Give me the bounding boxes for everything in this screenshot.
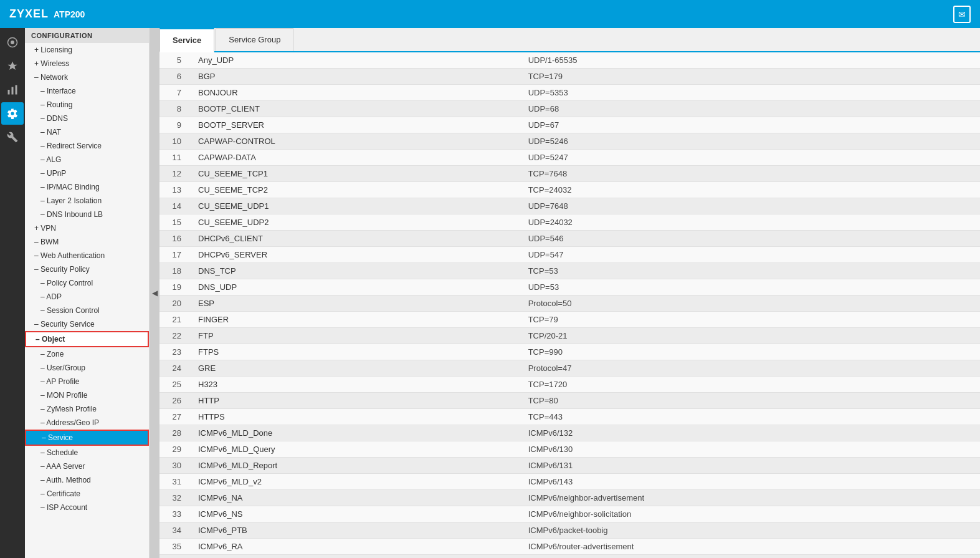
tab-service[interactable]: Service bbox=[159, 28, 214, 52]
sidebar-item-security-policy[interactable]: – Security Policy bbox=[25, 262, 149, 276]
table-row[interactable]: 15 CU_SEEME_UDP2 UDP=24032 bbox=[159, 214, 980, 231]
table-row[interactable]: 14 CU_SEEME_UDP1 UDP=7648 bbox=[159, 198, 980, 214]
table-container[interactable]: 5 Any_UDP UDP/1-65535 6 BGP TCP=179 7 BO… bbox=[159, 52, 980, 558]
table-row[interactable]: 31 ICMPv6_MLD_v2 ICMPv6/143 bbox=[159, 474, 980, 490]
sidebar-item-alg[interactable]: – ALG bbox=[25, 153, 149, 166]
table-row[interactable]: 34 ICMPv6_PTB ICMPv6/packet-toobig bbox=[159, 522, 980, 539]
svg-point-1 bbox=[11, 41, 14, 44]
row-name: BOOTP_CLIENT bbox=[191, 101, 521, 117]
table-row[interactable]: 33 ICMPv6_NS ICMPv6/neighbor-solicitatio… bbox=[159, 506, 980, 522]
table-row[interactable]: 30 ICMPv6_MLD_Report ICMPv6/131 bbox=[159, 458, 980, 474]
table-row[interactable]: 35 ICMPv6_RA ICMPv6/router-advertisement bbox=[159, 539, 980, 555]
table-row[interactable]: 16 DHCPv6_CLIENT UDP=546 bbox=[159, 231, 980, 247]
row-name: GRE bbox=[191, 360, 521, 377]
table-row[interactable]: 36 ICMPv6_RS ICMPv6/router-solicitation bbox=[159, 555, 980, 559]
row-num: 22 bbox=[159, 328, 191, 344]
row-value: ICMPv6/neighbor-solicitation bbox=[521, 506, 980, 522]
sidebar-item-web-auth[interactable]: – Web Authentication bbox=[25, 249, 149, 262]
sidebar-item-network[interactable]: – Network bbox=[25, 70, 149, 84]
sidebar-item-licensing[interactable]: + Licensing bbox=[25, 43, 149, 57]
sidebar-collapse-btn[interactable]: ◀ bbox=[150, 28, 159, 558]
sidebar-item-routing[interactable]: – Routing bbox=[25, 98, 149, 112]
sidebar-item-object[interactable]: – Object bbox=[25, 331, 149, 347]
sidebar-item-auth-method[interactable]: – Auth. Method bbox=[25, 473, 149, 487]
table-row[interactable]: 22 FTP TCP/20-21 bbox=[159, 328, 980, 344]
row-value: UDP=7648 bbox=[521, 198, 980, 214]
sidebar-item-certificate[interactable]: – Certificate bbox=[25, 487, 149, 501]
table-row[interactable]: 27 HTTPS TCP=443 bbox=[159, 409, 980, 425]
sidebar-item-redirect-service[interactable]: – Redirect Service bbox=[25, 139, 149, 153]
table-row[interactable]: 7 BONJOUR UDP=5353 bbox=[159, 85, 980, 101]
table-row[interactable]: 23 FTPS TCP=990 bbox=[159, 344, 980, 360]
sidebar-item-ddns[interactable]: – DDNS bbox=[25, 112, 149, 125]
nav-item-star[interactable] bbox=[1, 55, 24, 77]
sidebar-item-session-control[interactable]: – Session Control bbox=[25, 304, 149, 317]
row-num: 35 bbox=[159, 539, 191, 555]
sidebar-item-mon-profile[interactable]: – MON Profile bbox=[25, 388, 149, 402]
sidebar-item-address-geo-ip[interactable]: – Address/Geo IP bbox=[25, 416, 149, 430]
row-name: FINGER bbox=[191, 312, 521, 328]
sidebar-item-isp-account[interactable]: – ISP Account bbox=[25, 501, 149, 514]
table-row[interactable]: 24 GRE Protocol=47 bbox=[159, 360, 980, 377]
sidebar-item-user-group[interactable]: – User/Group bbox=[25, 361, 149, 375]
row-value: TCP=24032 bbox=[521, 182, 980, 198]
sidebar-item-zymesh-profile[interactable]: – ZyMesh Profile bbox=[25, 402, 149, 416]
sidebar-item-ap-profile[interactable]: – AP Profile bbox=[25, 375, 149, 388]
table-row[interactable]: 6 BGP TCP=179 bbox=[159, 69, 980, 85]
row-name: Any_UDP bbox=[191, 52, 521, 69]
row-num: 31 bbox=[159, 474, 191, 490]
table-row[interactable]: 13 CU_SEEME_TCP2 TCP=24032 bbox=[159, 182, 980, 198]
row-name: BGP bbox=[191, 69, 521, 85]
sidebar-item-layer2-isolation[interactable]: – Layer 2 Isolation bbox=[25, 194, 149, 208]
nav-item-monitor[interactable] bbox=[1, 31, 24, 54]
sidebar-item-service[interactable]: – Service bbox=[25, 430, 149, 446]
nav-item-chart[interactable] bbox=[1, 79, 24, 101]
sidebar-item-wireless[interactable]: + Wireless bbox=[25, 57, 149, 70]
sidebar-item-interface[interactable]: – Interface bbox=[25, 84, 149, 98]
row-num: 25 bbox=[159, 377, 191, 393]
topbar: ZYXEL ATP200 ✉ bbox=[0, 0, 980, 28]
table-row[interactable]: 17 DHCPv6_SERVER UDP=547 bbox=[159, 247, 980, 263]
row-num: 21 bbox=[159, 312, 191, 328]
sidebar-item-policy-control[interactable]: – Policy Control bbox=[25, 276, 149, 290]
sidebar-item-security-service[interactable]: – Security Service bbox=[25, 317, 149, 331]
nav-item-settings[interactable] bbox=[1, 102, 24, 125]
table-row[interactable]: 10 CAPWAP-CONTROL UDP=5246 bbox=[159, 133, 980, 150]
row-name: DNS_UDP bbox=[191, 279, 521, 296]
sidebar-item-adp[interactable]: – ADP bbox=[25, 290, 149, 304]
row-value: ICMPv6/131 bbox=[521, 458, 980, 474]
sidebar-item-aaa-server[interactable]: – AAA Server bbox=[25, 459, 149, 473]
sidebar-item-upnp[interactable]: – UPnP bbox=[25, 166, 149, 180]
row-name: ICMPv6_MLD_Report bbox=[191, 458, 521, 474]
row-value: TCP/20-21 bbox=[521, 328, 980, 344]
sidebar-item-nat[interactable]: – NAT bbox=[25, 125, 149, 139]
sidebar-item-bwm[interactable]: – BWM bbox=[25, 235, 149, 249]
table-row[interactable]: 19 DNS_UDP UDP=53 bbox=[159, 279, 980, 296]
sidebar-item-dns-inbound-lb[interactable]: – DNS Inbound LB bbox=[25, 208, 149, 221]
table-row[interactable]: 11 CAPWAP-DATA UDP=5247 bbox=[159, 150, 980, 166]
sidebar-item-ip-mac-binding[interactable]: – IP/MAC Binding bbox=[25, 180, 149, 194]
table-row[interactable]: 26 HTTP TCP=80 bbox=[159, 393, 980, 409]
table-row[interactable]: 12 CU_SEEME_TCP1 TCP=7648 bbox=[159, 166, 980, 182]
email-icon-btn[interactable]: ✉ bbox=[953, 6, 971, 23]
row-name: CU_SEEME_UDP1 bbox=[191, 198, 521, 214]
table-row[interactable]: 8 BOOTP_CLIENT UDP=68 bbox=[159, 101, 980, 117]
table-row[interactable]: 20 ESP Protocol=50 bbox=[159, 296, 980, 312]
table-row[interactable]: 5 Any_UDP UDP/1-65535 bbox=[159, 52, 980, 69]
table-row[interactable]: 9 BOOTP_SERVER UDP=67 bbox=[159, 117, 980, 133]
sidebar-item-vpn[interactable]: + VPN bbox=[25, 221, 149, 235]
table-row[interactable]: 29 ICMPv6_MLD_Query ICMPv6/130 bbox=[159, 441, 980, 458]
main-layout: CONFIGURATION + Licensing + Wireless – N… bbox=[0, 28, 980, 558]
table-row[interactable]: 25 H323 TCP=1720 bbox=[159, 377, 980, 393]
row-name: ICMPv6_MLD_Done bbox=[191, 425, 521, 441]
table-row[interactable]: 32 ICMPv6_NA ICMPv6/neighbor-advertiseme… bbox=[159, 490, 980, 506]
table-row[interactable]: 21 FINGER TCP=79 bbox=[159, 312, 980, 328]
row-num: 26 bbox=[159, 393, 191, 409]
tab-service-group[interactable]: Service Group bbox=[216, 28, 293, 51]
sidebar-item-zone[interactable]: – Zone bbox=[25, 347, 149, 361]
nav-item-tools[interactable] bbox=[1, 126, 24, 148]
sidebar-item-schedule[interactable]: – Schedule bbox=[25, 446, 149, 459]
table-row[interactable]: 28 ICMPv6_MLD_Done ICMPv6/132 bbox=[159, 425, 980, 441]
table-row[interactable]: 18 DNS_TCP TCP=53 bbox=[159, 263, 980, 279]
row-num: 11 bbox=[159, 150, 191, 166]
